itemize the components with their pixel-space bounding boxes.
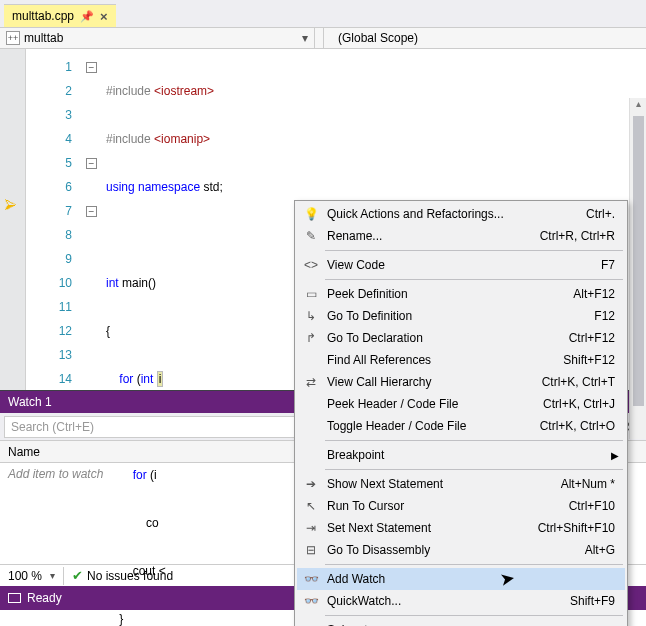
context-menu-item[interactable]: ➔Show Next StatementAlt+Num * <box>297 473 625 495</box>
line-number-gutter: 1234567891011121314 <box>26 49 86 390</box>
watch-placeholder-label: Add item to watch <box>8 467 103 481</box>
file-tab-label: multtab.cpp <box>12 9 74 23</box>
file-tab[interactable]: multtab.cpp 📌 × <box>4 4 116 27</box>
nav-right-label: (Global Scope) <box>338 31 418 45</box>
menu-item-shortcut: Ctrl+K, Ctrl+O <box>540 419 625 433</box>
context-menu-item[interactable]: <>View CodeF7 <box>297 254 625 276</box>
fold-gutter[interactable]: − − − <box>86 49 106 390</box>
menu-item-label: View Code <box>327 258 601 272</box>
context-menu-item[interactable]: 💡Quick Actions and Refactorings...Ctrl+. <box>297 203 625 225</box>
menu-item-shortcut: Ctrl+. <box>586 207 625 221</box>
menu-item-label: Toggle Header / Code File <box>327 419 540 433</box>
menu-item-label: Add Watch <box>327 572 615 586</box>
submenu-arrow-icon: ▶ <box>611 450 619 461</box>
context-menu-separator <box>325 279 623 280</box>
menu-item-label: Find All References <box>327 353 563 367</box>
nav-separator <box>314 28 315 48</box>
menu-item-label: Run To Cursor <box>327 499 569 513</box>
menu-item-icon: 👓 <box>301 594 321 608</box>
menu-item-shortcut: Ctrl+F10 <box>569 499 625 513</box>
nav-left-label: multtab <box>24 31 63 45</box>
menu-item-shortcut: Ctrl+Shift+F10 <box>538 521 625 535</box>
context-menu-item[interactable]: ↱Go To DeclarationCtrl+F12 <box>297 327 625 349</box>
context-menu-item[interactable]: ↖Run To CursorCtrl+F10 <box>297 495 625 517</box>
context-menu-item[interactable]: ▭Peek DefinitionAlt+F12 <box>297 283 625 305</box>
menu-item-icon: ↳ <box>301 309 321 323</box>
menu-item-label: View Call Hierarchy <box>327 375 542 389</box>
search-placeholder-label: Search (Ctrl+E) <box>11 420 94 434</box>
check-circle-icon: ✔ <box>64 568 83 583</box>
menu-item-shortcut: Ctrl+F12 <box>569 331 625 345</box>
watch-col-name-label: Name <box>8 445 40 459</box>
nav-bar: ++ multtab ▾ (Global Scope) <box>0 27 646 49</box>
menu-item-icon: ↖ <box>301 499 321 513</box>
menu-item-icon: ➔ <box>301 477 321 491</box>
menu-item-icon: 💡 <box>301 207 321 221</box>
menu-item-shortcut: F12 <box>594 309 625 323</box>
context-menu-item[interactable]: Snippet▶ <box>297 619 625 626</box>
menu-item-icon: <> <box>301 258 321 272</box>
menu-item-icon: ⇥ <box>301 521 321 535</box>
status-text: Ready <box>27 591 62 605</box>
vertical-scrollbar[interactable]: ▴ <box>629 98 646 439</box>
file-type-icon: ++ <box>6 31 20 45</box>
breakpoint-gutter[interactable]: ⮚ <box>0 49 26 390</box>
current-statement-arrow-icon: ⮚ <box>4 198 17 213</box>
menu-item-label: Breakpoint <box>327 448 625 462</box>
context-menu-separator <box>325 440 623 441</box>
menu-item-label: Peek Header / Code File <box>327 397 543 411</box>
chevron-down-icon[interactable]: ▾ <box>296 31 314 45</box>
context-menu-item[interactable]: Breakpoint▶ <box>297 444 625 466</box>
menu-item-shortcut: Shift+F9 <box>570 594 625 608</box>
menu-item-label: Go To Definition <box>327 309 594 323</box>
menu-item-label: Quick Actions and Refactorings... <box>327 207 586 221</box>
menu-item-shortcut: Shift+F12 <box>563 353 625 367</box>
menu-item-shortcut: Ctrl+K, Ctrl+J <box>543 397 625 411</box>
menu-item-icon: ✎ <box>301 229 321 243</box>
context-menu-item[interactable]: Peek Header / Code FileCtrl+K, Ctrl+J <box>297 393 625 415</box>
nav-scope-right[interactable]: (Global Scope) <box>324 31 646 45</box>
context-menu-separator <box>325 469 623 470</box>
zoom-level-label[interactable]: 100 % <box>0 569 50 583</box>
pin-icon[interactable]: 📌 <box>80 10 94 23</box>
context-menu-item[interactable]: 👓Add Watch <box>297 568 625 590</box>
menu-item-shortcut: F7 <box>601 258 625 272</box>
context-menu-item[interactable]: ↳Go To DefinitionF12 <box>297 305 625 327</box>
menu-item-label: Set Next Statement <box>327 521 538 535</box>
fold-toggle-icon[interactable]: − <box>86 206 97 217</box>
menu-item-shortcut: Ctrl+K, Ctrl+T <box>542 375 625 389</box>
context-menu-separator <box>325 250 623 251</box>
window-icon <box>8 593 21 603</box>
fold-toggle-icon[interactable]: − <box>86 62 97 73</box>
menu-item-label: Peek Definition <box>327 287 573 301</box>
menu-item-icon: ↱ <box>301 331 321 345</box>
context-menu-item[interactable]: ⇄View Call HierarchyCtrl+K, Ctrl+T <box>297 371 625 393</box>
context-menu-item[interactable]: ✎Rename...Ctrl+R, Ctrl+R <box>297 225 625 247</box>
menu-item-label: QuickWatch... <box>327 594 570 608</box>
context-menu-item[interactable]: ⇥Set Next StatementCtrl+Shift+F10 <box>297 517 625 539</box>
menu-item-shortcut: Ctrl+R, Ctrl+R <box>540 229 625 243</box>
menu-item-label: Show Next Statement <box>327 477 561 491</box>
context-menu: 💡Quick Actions and Refactorings...Ctrl+.… <box>294 200 628 626</box>
fold-toggle-icon[interactable]: − <box>86 158 97 169</box>
chevron-down-icon[interactable]: ▾ <box>50 570 63 581</box>
menu-item-icon: ▭ <box>301 287 321 301</box>
context-menu-item[interactable]: Toggle Header / Code FileCtrl+K, Ctrl+O <box>297 415 625 437</box>
context-menu-item[interactable]: Find All ReferencesShift+F12 <box>297 349 625 371</box>
menu-item-label: Go To Disassembly <box>327 543 585 557</box>
menu-item-icon: 👓 <box>301 572 321 586</box>
menu-item-icon: ⇄ <box>301 375 321 389</box>
scroll-up-arrow-icon[interactable]: ▴ <box>630 98 646 109</box>
menu-item-label: Rename... <box>327 229 540 243</box>
scrollbar-thumb[interactable] <box>633 116 644 406</box>
context-menu-separator <box>325 564 623 565</box>
context-menu-separator <box>325 615 623 616</box>
symbol-highlight: i <box>157 371 164 387</box>
close-icon[interactable]: × <box>100 9 108 24</box>
tab-strip: multtab.cpp 📌 × <box>0 0 646 27</box>
context-menu-item[interactable]: ⊟Go To DisassemblyAlt+G <box>297 539 625 561</box>
menu-item-shortcut: Alt+G <box>585 543 625 557</box>
context-menu-item[interactable]: 👓QuickWatch...Shift+F9 <box>297 590 625 612</box>
nav-scope-left[interactable]: ++ multtab ▾ <box>0 31 314 45</box>
menu-item-icon: ⊟ <box>301 543 321 557</box>
